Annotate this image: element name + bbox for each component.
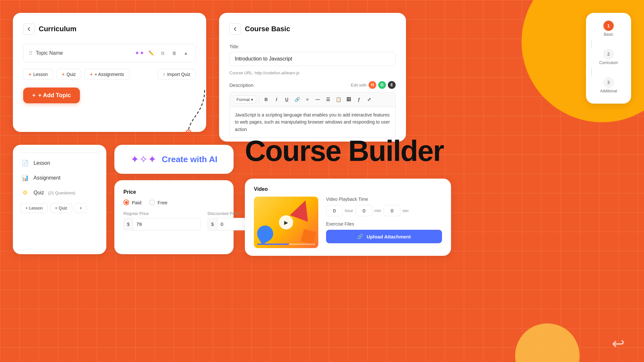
laq-quiz-button[interactable]: + Quiz: [50, 203, 72, 213]
exercise-label: Exercise Files: [326, 221, 442, 227]
price-radio-group: Paid Free: [123, 200, 225, 205]
step-basic: 1 Basic: [591, 21, 626, 37]
collapse-icon[interactable]: ▲: [181, 49, 190, 58]
expand-button[interactable]: ⤢: [365, 95, 374, 104]
align-button[interactable]: ≡: [303, 95, 312, 104]
edit-icon[interactable]: ✏️: [147, 49, 156, 58]
swirl-decoration: ↩: [612, 334, 625, 352]
step-2-label: Curriculum: [599, 60, 618, 65]
edit-with-group: Edit with H G E: [351, 81, 396, 89]
time-fields: hour min sec: [326, 205, 442, 216]
thumb-shape-2: [254, 223, 276, 245]
steps-card: 1 Basic 2 Curriculum 3 Additional: [586, 13, 631, 104]
curriculum-title: Curriculum: [39, 25, 76, 33]
title-field-label: Title: [229, 44, 396, 49]
video-title: Video: [254, 186, 442, 192]
topic-row: ⠿ Topic Name ✦✦ ✏️ ⧉ 🗑 ▲: [23, 44, 196, 62]
laq-divider: [21, 153, 99, 153]
step-3-label: Additional: [600, 89, 617, 93]
quiz-icon: ⚙: [21, 188, 30, 197]
price-title: Price: [123, 189, 225, 195]
import-quiz-button[interactable]: ↑ Import Quiz: [158, 69, 196, 80]
step-1-label: Basic: [604, 32, 613, 37]
regular-price-field: Regular Price $: [123, 211, 201, 230]
divider-button[interactable]: —: [313, 95, 322, 104]
thumb-shape-1: [290, 197, 315, 222]
regular-price-input[interactable]: [133, 218, 201, 230]
bold-button[interactable]: B: [262, 95, 271, 104]
laq-plus-button[interactable]: +: [75, 203, 87, 213]
course-basic-header: Course Basic: [229, 23, 396, 35]
italic-button[interactable]: I: [272, 95, 281, 104]
sec-input[interactable]: [384, 205, 400, 216]
image-button[interactable]: 🖼: [344, 95, 353, 104]
curriculum-back-button[interactable]: [23, 23, 35, 35]
regular-price-input-wrap: $: [123, 218, 201, 230]
elementor-icon[interactable]: E: [388, 81, 396, 89]
regular-price-currency: $: [124, 218, 133, 230]
hour-label: hour: [345, 208, 353, 213]
description-body[interactable]: JavaScript is a scripting language that …: [229, 107, 396, 138]
copy-icon[interactable]: ⧉: [158, 49, 167, 58]
price-fields: Regular Price $ Discounted Price $: [123, 211, 225, 230]
course-basic-back-button[interactable]: [229, 23, 241, 35]
video-play-button[interactable]: ▶: [279, 215, 293, 229]
underline-button[interactable]: U: [282, 95, 291, 104]
step-2-circle[interactable]: 2: [603, 49, 614, 59]
min-label: min: [374, 208, 381, 213]
format-dropdown[interactable]: Format ▾: [234, 96, 256, 104]
step-3-circle[interactable]: 3: [603, 77, 614, 88]
drag-icon: ⠿: [29, 50, 33, 56]
sec-label: sec: [402, 208, 409, 213]
grammarly-icon[interactable]: G: [378, 81, 386, 89]
laq-card: 📄 Lesson 📊 Assignment ⚙ Quiz (21 Questio…: [13, 145, 106, 254]
video-progress-track: [257, 244, 315, 245]
topic-name-label: Topic Name: [36, 50, 132, 56]
lesson-button[interactable]: + Lesson: [23, 69, 53, 80]
paid-label: Paid: [132, 200, 141, 205]
upload-label: Upload Attachment: [367, 234, 411, 239]
function-button[interactable]: ƒ: [354, 95, 363, 104]
hashnode-icon[interactable]: H: [369, 81, 376, 89]
quiz-button[interactable]: + Quiz: [56, 69, 81, 80]
min-input[interactable]: [356, 205, 372, 216]
link-button[interactable]: 🔗: [293, 95, 302, 104]
ai-card[interactable]: ✦✧✦ Create with AI: [114, 145, 234, 174]
free-label: Free: [158, 200, 168, 205]
description-header: Description Edit with H G E: [229, 81, 396, 89]
assignment-label: Assignment: [34, 175, 61, 181]
free-radio[interactable]: Free: [149, 200, 168, 205]
upload-attachment-button[interactable]: 🔗 Upload Attachment: [326, 230, 442, 243]
description-label: Description: [229, 82, 254, 88]
description-toolbar: Format ▾ B I U 🔗 ≡ — ☰ 📋 🖼 ƒ ⤢: [229, 92, 396, 107]
add-topic-button[interactable]: + + Add Topic: [23, 88, 80, 103]
assignment-icon: 📊: [21, 173, 30, 182]
regular-price-label: Regular Price: [123, 211, 201, 216]
ordered-list-button[interactable]: 📋: [334, 95, 343, 104]
toolbar-divider-1: [259, 96, 259, 103]
assignments-button[interactable]: + + Assignments: [84, 69, 130, 80]
ai-sparkle-icon[interactable]: ✦✦: [135, 49, 144, 58]
hour-input[interactable]: [326, 205, 343, 216]
step-connector-1: [591, 39, 592, 48]
laq-lesson-button[interactable]: + Lesson: [21, 203, 48, 213]
list-button[interactable]: ☰: [323, 95, 332, 104]
upload-icon: 🔗: [357, 234, 363, 239]
paid-radio[interactable]: Paid: [123, 200, 141, 205]
video-settings: Video Playback Time hour min sec Exercis…: [326, 197, 442, 243]
hour-field: hour: [326, 205, 353, 216]
lesson-icon: 📄: [21, 159, 30, 168]
laq-buttons: + Lesson + Quiz +: [21, 203, 99, 213]
step-1-circle[interactable]: 1: [603, 21, 614, 31]
sec-field: sec: [384, 205, 409, 216]
title-input[interactable]: [229, 52, 396, 66]
video-thumbnail: ▶: [254, 197, 318, 248]
delete-icon[interactable]: 🗑: [170, 49, 179, 58]
curriculum-card-header: Curriculum: [23, 23, 196, 35]
topic-actions: ✦✦ ✏️ ⧉ 🗑 ▲: [135, 49, 190, 58]
course-url: Course URL: http://codefun.ai/learn-js: [229, 70, 396, 75]
free-radio-circle: [149, 200, 155, 205]
min-field: min: [356, 205, 381, 216]
ai-sparkle-icon: ✦✧✦: [130, 153, 157, 165]
paid-radio-dot: [125, 201, 128, 204]
